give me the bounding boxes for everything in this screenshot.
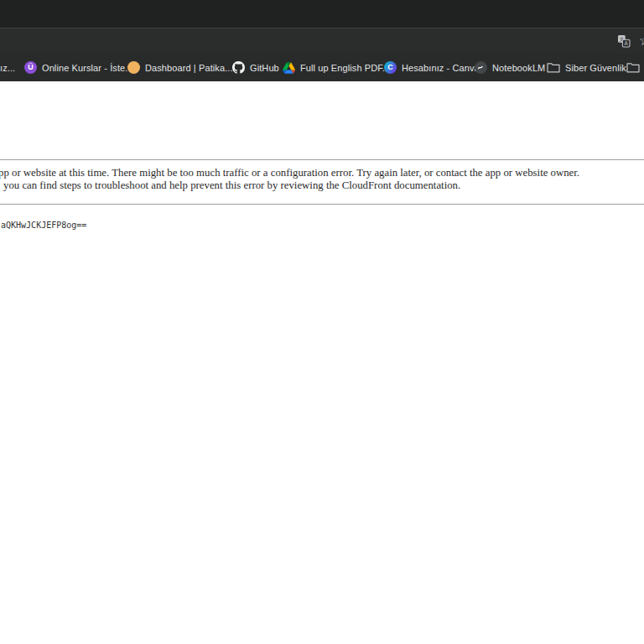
bookmarks-bar: ız...ÜOnline Kurslar - İste...Dashboard …: [0, 54, 644, 81]
browser-toolbar: 文 A ☆: [0, 28, 644, 54]
browser-window: 文 A ☆ ız...ÜOnline Kurslar - İste...Dash…: [0, 0, 644, 644]
bookmark-item[interactable]: Dashboard | Patika....: [127, 54, 236, 81]
request-id-text: aQKHwJCKJEFP8og==: [1, 221, 86, 230]
error-message-line1: pp or website at this time. There might …: [0, 167, 579, 179]
notebooklm-icon: [475, 61, 487, 74]
bookmark-label: GitHub: [250, 63, 279, 73]
bookmark-item[interactable]: NotebookLM: [475, 54, 545, 81]
folder-icon: [547, 62, 560, 73]
bookmark-star-icon[interactable]: ☆: [639, 32, 644, 50]
bookmark-label: Siber Güvenlik: [565, 63, 626, 73]
bookmark-label: Full up English PDF...: [300, 63, 390, 73]
bookmark-label: Hesabınız - Canva: [402, 63, 480, 73]
folder-icon: [626, 62, 640, 73]
bookmark-item[interactable]: Siber Güvenlik: [547, 54, 626, 81]
page-content: pp or website at this time. There might …: [0, 81, 644, 644]
bookmark-label: Dashboard | Patika....: [145, 63, 236, 73]
horizontal-rule-bottom: [0, 204, 644, 205]
bookmark-item[interactable]: ız...: [0, 54, 15, 81]
tab-strip: [0, 0, 644, 28]
bookmark-label: ız...: [0, 63, 15, 73]
bookmark-item[interactable]: ÜOnline Kurslar - İste...: [24, 54, 133, 81]
bookmark-item[interactable]: [626, 54, 644, 81]
canva-icon: C: [384, 61, 397, 74]
bookmark-label: NotebookLM: [492, 63, 545, 73]
github-icon: [232, 61, 245, 74]
bookmark-item[interactable]: CHesabınız - Canva: [384, 54, 480, 81]
udemy-icon: Ü: [24, 61, 37, 74]
patika-icon: [127, 61, 140, 74]
translate-icon[interactable]: 文 A: [617, 34, 631, 48]
bookmark-item[interactable]: Full up English PDF...: [283, 54, 390, 81]
bookmark-item[interactable]: GitHub: [232, 54, 279, 81]
error-message-line2: you can find steps to troubleshoot and h…: [3, 179, 460, 192]
drive-icon: [283, 62, 295, 74]
bookmark-label: Online Kurslar - İste...: [42, 63, 133, 73]
horizontal-rule-top: [0, 159, 644, 160]
